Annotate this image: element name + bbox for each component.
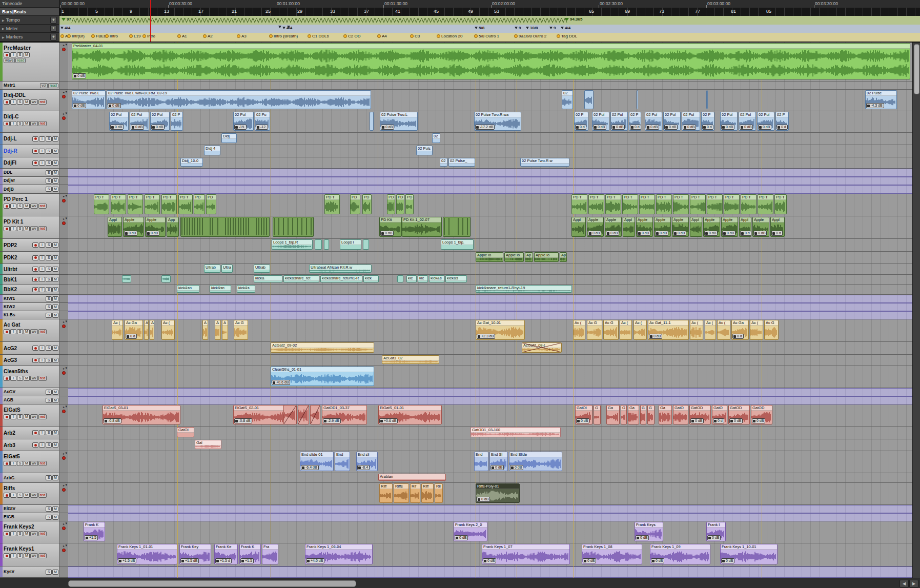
audio-clip[interactable]: 02 Pulse Two.R.w [520, 158, 569, 167]
automation-expander-icon[interactable]: ▸ [63, 112, 65, 115]
audio-clip[interactable]: 02 Pulse-4.3 dB [865, 90, 897, 109]
playlist-view-selector[interactable]: wv [30, 531, 38, 536]
clip-gain-badge[interactable]: +0.6 dB [272, 380, 290, 385]
solo-button[interactable]: S [46, 267, 52, 272]
meter-change[interactable]: 4/4 [60, 26, 70, 30]
automation-mode-selector[interactable]: red [38, 329, 47, 334]
automation-expander-icon[interactable]: ▸ [63, 91, 65, 94]
track-name[interactable]: EIGB [4, 515, 14, 519]
track-options-arrow[interactable]: ▾ [65, 451, 67, 455]
audio-clip[interactable]: kick&s [445, 275, 467, 282]
track-options-arrow[interactable]: ▾ [65, 194, 67, 198]
mute-button[interactable]: M [52, 358, 58, 363]
audio-clip[interactable]: Appl [623, 217, 635, 237]
audio-clip[interactable]: kick&sn [177, 285, 199, 293]
vertical-scrollbar[interactable] [912, 43, 920, 578]
record-arm-button[interactable] [4, 376, 10, 381]
record-arm-button[interactable] [4, 493, 10, 498]
track-name[interactable]: Clean5ths [4, 368, 28, 374]
audio-clip[interactable]: 02 P0 d [775, 112, 789, 131]
horizontal-scrollbar[interactable]: ◀ ▶ [0, 578, 920, 588]
track-name[interactable]: Didj-C [4, 113, 18, 119]
audio-clip[interactable]: 02 Pul0 dB [130, 112, 149, 131]
clip-gain-badge[interactable]: 0 dB [131, 125, 144, 130]
track-lane-ultrbt[interactable]: UltrabUltraUltrabUltrabeat African Kit.R… [0, 264, 920, 275]
clip-gain-badge[interactable]: 0 d [776, 125, 788, 130]
solo-button[interactable]: S [17, 461, 23, 466]
audio-clip[interactable]: End sli-8.4 [356, 452, 378, 471]
audio-clip[interactable]: PD [206, 194, 216, 214]
clip-gain-badge[interactable]: 0 dB [758, 125, 771, 130]
audio-clip[interactable]: Ga [606, 405, 620, 424]
audio-clip[interactable]: 02 Pulse Two.L0 dB [380, 112, 418, 131]
track-header-pd-perc-1[interactable]: ▸▾PD Perc 1ISMwvred [0, 194, 68, 216]
audio-clip[interactable] [161, 275, 171, 282]
clip-gain-badge[interactable]: +1.5 dB [180, 558, 199, 563]
solo-button[interactable]: S [46, 346, 52, 351]
audio-clip[interactable]: 02 Puls [416, 146, 433, 155]
track-header-ddl[interactable]: DDLSM [0, 169, 68, 177]
mute-button[interactable]: M [24, 414, 30, 419]
mute-button[interactable]: M [24, 553, 30, 558]
track-name[interactable]: Mstr1 [4, 83, 15, 88]
clip-gain-badge[interactable]: 0 dB [490, 465, 504, 470]
track-header-pd-kit-1[interactable]: ▸▾PD Kit 1ISMwvred [0, 216, 68, 239]
mute-button[interactable]: M [52, 430, 58, 435]
mute-button[interactable]: M [24, 461, 30, 466]
mute-button[interactable]: M [52, 287, 58, 292]
solo-button[interactable]: S [46, 277, 52, 282]
meter-change[interactable]: 10/8 [526, 26, 538, 30]
audio-clip[interactable]: Appl [690, 217, 702, 237]
audio-clip[interactable]: Apple0 dB [703, 217, 720, 237]
track-options-arrow[interactable]: ▾ [65, 319, 67, 323]
audio-clip[interactable]: 02 Pulse_ [448, 158, 475, 167]
clip-gain-badge[interactable]: 0 d [126, 334, 137, 339]
track-name[interactable]: DdjVr [4, 178, 15, 183]
solo-button[interactable]: S [46, 442, 52, 448]
automation-mode-selector[interactable]: red [38, 553, 47, 558]
mute-button[interactable]: M [52, 346, 58, 351]
audio-clip[interactable]: kick&s [429, 275, 444, 282]
audio-clip[interactable]: PD T [161, 194, 177, 214]
clip-gain-badge[interactable]: 0 dB [673, 231, 686, 236]
solo-button[interactable]: S [46, 390, 52, 395]
clip-gain-badge[interactable]: 0 d [630, 125, 641, 130]
playlist-view-selector[interactable]: wv [30, 414, 38, 419]
audio-clip[interactable]: PD T [758, 194, 773, 214]
mute-button[interactable]: M [52, 242, 58, 248]
automation-mode-selector[interactable]: red [38, 461, 47, 466]
automation-mode-selector[interactable]: red [38, 99, 47, 105]
audio-clip[interactable]: AcGat2_08-( [522, 342, 562, 353]
solo-button[interactable]: S [17, 121, 23, 126]
playlist-view-selector[interactable]: wv [30, 493, 38, 498]
audio-clip[interactable]: 02 Pul0 dB [739, 112, 756, 131]
input-monitor-button[interactable]: I [10, 226, 16, 231]
audio-clip[interactable]: Loops 1_bip. [441, 239, 474, 250]
audio-clip[interactable]: Ac ( [633, 320, 647, 340]
automation-mode-selector[interactable]: red [38, 493, 47, 498]
clip-gain-badge[interactable]: 0 dB [576, 418, 589, 423]
track-header-bbk2[interactable]: BbK2ISM [0, 285, 68, 295]
track-header-ktvr1[interactable]: KtVr1SM [0, 295, 68, 303]
solo-button[interactable]: S [46, 149, 52, 154]
memory-location-marker[interactable]: C3 [410, 34, 420, 38]
audio-clip[interactable]: Apple lo [476, 252, 503, 262]
audio-clip[interactable]: kick&snare_ret [283, 275, 319, 282]
track-lane-ddj-r[interactable]: Didj 402 Puls [0, 145, 920, 157]
track-name[interactable]: PD Kit 1 [4, 218, 23, 225]
clip-gain-badge[interactable]: -19. [234, 125, 247, 130]
track-header-eigb[interactable]: EIGBSM [0, 513, 68, 521]
track-name[interactable]: AcG3 [4, 357, 17, 363]
solo-button[interactable]: S [46, 242, 52, 248]
audio-clip[interactable] [637, 90, 638, 109]
audio-clip[interactable]: Ac ( [620, 320, 632, 340]
track-header-ultrbt[interactable]: UltrbtISM [0, 264, 68, 275]
clip-gain-badge[interactable]: 0 dB [110, 125, 124, 130]
audio-clip[interactable]: kick&s [237, 285, 255, 293]
record-arm-button[interactable] [4, 329, 10, 334]
clip-gain-badge[interactable]: 0 dB [655, 231, 668, 236]
track-header-didj-ddl[interactable]: ▸▾Didj-DDLISMwvred [0, 90, 68, 111]
audio-clip[interactable]: GatO0 d [712, 405, 727, 424]
clip-gain-badge[interactable]: +1.5 d [215, 558, 232, 563]
audio-clip[interactable]: 02 Pul0 dB [109, 112, 129, 131]
